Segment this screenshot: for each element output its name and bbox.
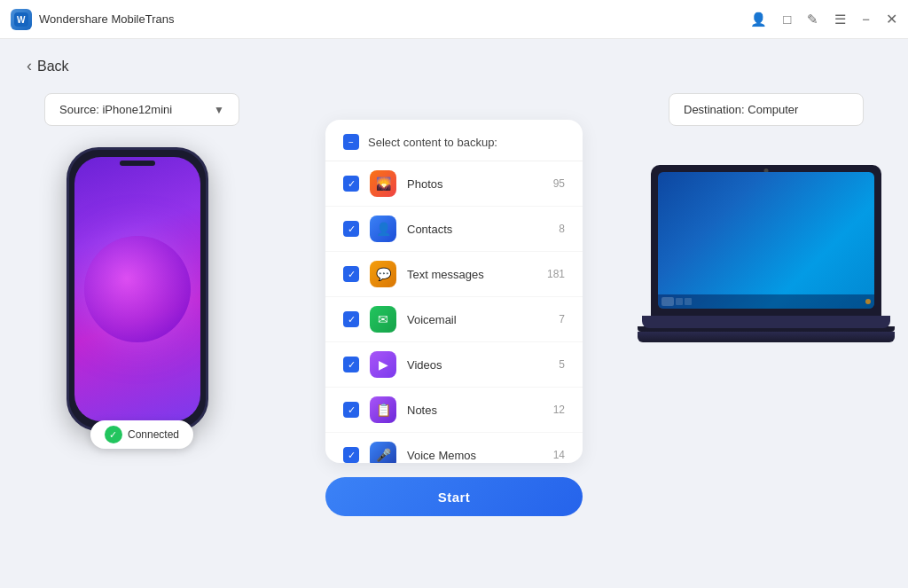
chat-icon[interactable]: □ (783, 12, 791, 27)
win-icon-2 (685, 298, 692, 305)
back-label: Back (37, 59, 69, 74)
item-name: Voice Memos (407, 449, 543, 462)
titlebar-controls: 👤 □ ✎ ☰ − ✕ (750, 11, 897, 27)
chevron-down-icon: ▼ (214, 104, 224, 116)
item-name: Notes (407, 404, 543, 417)
phone-screen-inner (74, 157, 200, 421)
item-name: Voicemail (407, 313, 548, 326)
list-item[interactable]: ✓✉Voicemail7 (325, 297, 583, 342)
menu-icon[interactable]: ☰ (834, 12, 846, 27)
right-column: Destination: Computer (651, 93, 881, 342)
list-item[interactable]: ✓👤Contacts8 (325, 207, 583, 252)
card-header-label: Select content to backup: (368, 136, 497, 149)
item-count: 14 (553, 449, 565, 461)
app-title: Wondershare MobileTrans (39, 12, 174, 26)
item-icon-videos: ▶ (370, 351, 396, 378)
user-icon[interactable]: 👤 (750, 12, 767, 27)
items-list[interactable]: ✓🌄Photos95✓👤Contacts8✓💬Text messages181✓… (325, 161, 583, 463)
start-button[interactable]: Start (325, 477, 583, 516)
item-icon-messages: 💬 (370, 261, 396, 287)
back-arrow-icon: ‹ (27, 57, 32, 75)
item-count: 7 (559, 313, 565, 325)
item-checkbox[interactable]: ✓ (343, 402, 359, 418)
phone-body (67, 147, 208, 431)
list-item[interactable]: ✓💬Text messages181 (325, 252, 583, 297)
item-icon-photos: 🌄 (370, 170, 396, 197)
phone-notch (120, 161, 155, 166)
connected-text: Connected (128, 428, 179, 441)
laptop-screen-inner (658, 172, 874, 309)
laptop-bottom (638, 332, 895, 342)
three-col-layout: Source: iPhone12mini ▼ ✓ Connected (27, 93, 881, 553)
computer-illustration (651, 165, 881, 342)
close-icon[interactable]: ✕ (886, 11, 897, 27)
item-count: 95 (553, 177, 565, 190)
win-taskbar (658, 294, 874, 309)
titlebar: W Wondershare MobileTrans 👤 □ ✎ ☰ − ✕ (0, 0, 908, 39)
item-name: Videos (407, 358, 548, 372)
item-count: 5 (559, 358, 565, 371)
destination-selector: Destination: Computer (669, 93, 864, 126)
svg-text:W: W (17, 15, 26, 25)
item-name: Contacts (407, 223, 548, 236)
minimize-icon[interactable]: − (862, 12, 870, 27)
win-start-button (661, 297, 674, 306)
item-icon-voicememos: 🎤 (370, 442, 396, 463)
source-selector[interactable]: Source: iPhone12mini ▼ (44, 93, 239, 126)
list-item[interactable]: ✓🌄Photos95 (325, 161, 583, 207)
connected-check-icon: ✓ (105, 426, 122, 443)
item-count: 12 (553, 404, 565, 416)
item-checkbox[interactable]: ✓ (343, 221, 359, 237)
phone-orb (84, 236, 191, 342)
win-light (865, 299, 871, 304)
list-item[interactable]: ✓▶Videos5 (325, 342, 583, 388)
item-count: 181 (547, 268, 565, 280)
item-icon-notes: 📋 (370, 396, 396, 423)
source-label: Source: iPhone12mini (59, 103, 172, 116)
item-icon-voicemail: ✉ (370, 306, 396, 333)
laptop-base (642, 316, 890, 328)
item-count: 8 (559, 223, 565, 235)
center-column: − Select content to backup: ✓🌄Photos95✓👤… (321, 120, 587, 516)
partial-check-icon[interactable]: − (343, 134, 359, 150)
item-checkbox[interactable]: ✓ (343, 266, 359, 282)
card-header: − Select content to backup: (325, 120, 583, 161)
edit-icon[interactable]: ✎ (807, 12, 818, 27)
main-content: ‹ Back Source: iPhone12mini ▼ (0, 39, 908, 588)
item-icon-contacts: 👤 (370, 216, 396, 242)
item-name: Photos (407, 177, 543, 191)
back-button[interactable]: ‹ Back (27, 57, 881, 75)
laptop-screen-outer (651, 165, 881, 316)
item-checkbox[interactable]: ✓ (343, 447, 359, 463)
phone-illustration: ✓ Connected (67, 147, 217, 440)
dest-label: Destination: Computer (684, 103, 798, 116)
item-checkbox[interactable]: ✓ (343, 176, 359, 192)
app-logo: W (11, 9, 32, 30)
item-checkbox[interactable]: ✓ (343, 357, 359, 372)
titlebar-left: W Wondershare MobileTrans (11, 9, 174, 30)
win-icon-1 (676, 298, 683, 305)
list-item[interactable]: ✓📋Notes12 (325, 388, 583, 433)
left-column: Source: iPhone12mini ▼ ✓ Connected (27, 93, 257, 440)
item-checkbox[interactable]: ✓ (343, 311, 359, 327)
laptop-body (651, 165, 881, 342)
connected-badge: ✓ Connected (90, 420, 193, 449)
content-card: − Select content to backup: ✓🌄Photos95✓👤… (325, 120, 583, 463)
list-item[interactable]: ✓🎤Voice Memos14 (325, 433, 583, 463)
item-name: Text messages (407, 268, 536, 281)
phone-screen (74, 157, 200, 421)
